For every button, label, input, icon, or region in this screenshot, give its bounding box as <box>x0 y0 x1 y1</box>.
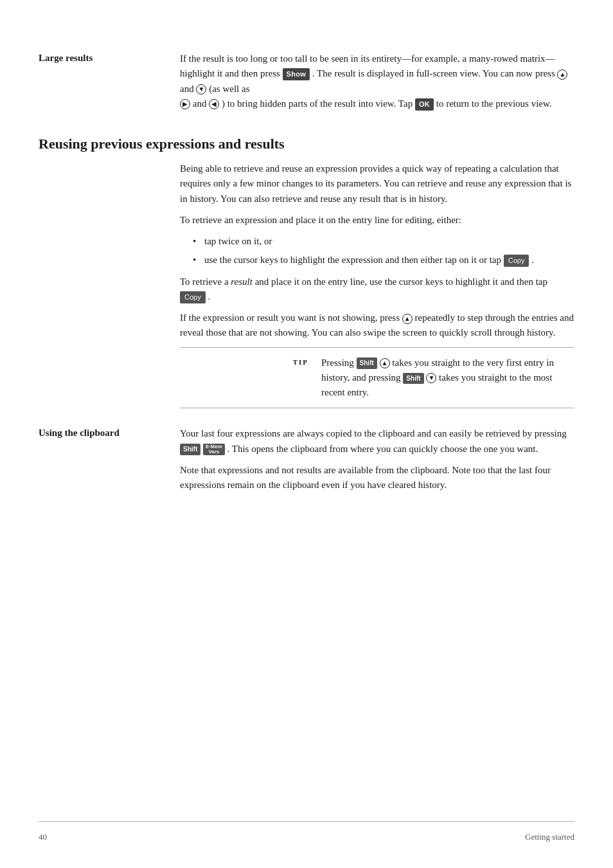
bullet-item-1: tap twice on it, or <box>193 234 574 249</box>
reusing-para1: Being able to retrieve and reuse an expr… <box>180 161 574 206</box>
tip-down-arrow: ▼ <box>426 373 436 383</box>
left-arrow-icon: ◀ <box>209 99 219 109</box>
para3-text1: To retrieve a <box>180 276 229 287</box>
shift-key2: Shift <box>403 373 423 384</box>
page: Large results If the result is too long … <box>0 0 613 868</box>
clipboard-title: Using the clipboard <box>39 428 120 438</box>
ok-key: OK <box>415 98 434 111</box>
large-results-para: If the result is too long or too tall to… <box>180 51 574 111</box>
reusing-heading: Reusing previous expressions and results <box>39 136 574 152</box>
para4-text1: If the expression or result you want is … <box>180 312 400 323</box>
large-results-title: Large results <box>39 53 93 63</box>
large-results-body: If the result is too long or too tall to… <box>180 51 574 118</box>
clipboard-para1: Your last four expressions are always co… <box>180 426 574 457</box>
clipboard-shift-key: Shift <box>180 444 200 455</box>
content-area: Large results If the result is too long … <box>39 51 574 509</box>
large-results-text3: and <box>180 84 196 94</box>
bullet-item-2: use the cursor keys to highlight the exp… <box>193 253 574 267</box>
copy-button-inline2: Copy <box>180 291 206 303</box>
bullet2-text2: . <box>531 255 534 265</box>
page-number: 40 <box>39 832 47 842</box>
clipboard-body: Your last four expressions are always co… <box>180 426 574 499</box>
bullet2-text1: use the cursor keys to highlight the exp… <box>204 255 501 265</box>
copy-button-inline1: Copy <box>504 255 529 267</box>
clipboard-para2: Note that expressions and not results ar… <box>180 463 574 493</box>
right-arrow-icon: ▶ <box>180 99 190 109</box>
large-results-section: Large results If the result is too long … <box>39 51 574 118</box>
show-key: Show <box>283 68 310 80</box>
reusing-bullets: tap twice on it, or use the cursor keys … <box>193 234 574 268</box>
vars-bottom: Vars <box>206 449 222 455</box>
large-results-text4: (as well as <box>209 84 249 94</box>
up-arrow-icon: ▲ <box>557 69 567 80</box>
vars-key: E·Mem Vars <box>203 444 225 455</box>
tip-body: Pressing Shift ▲ takes you straight to t… <box>321 356 574 401</box>
tip-row: TIP Pressing Shift ▲ takes you straight … <box>180 347 574 409</box>
reusing-section: Reusing previous expressions and results… <box>39 136 574 420</box>
large-results-text7: to return to the previous view. <box>436 98 552 109</box>
footer-line <box>39 821 574 822</box>
shift-key1: Shift <box>357 357 377 369</box>
bullet1-text: tap twice on it, or <box>204 236 272 246</box>
clipboard-label-col: Using the clipboard <box>39 426 180 499</box>
para3-text2: and place it on the entry line, use the … <box>255 276 547 287</box>
up-arrow-icon2: ▲ <box>402 314 413 324</box>
large-results-text5: and <box>193 98 209 109</box>
reusing-para3: To retrieve a result and place it on the… <box>180 275 574 305</box>
para3-text3: . <box>208 291 210 302</box>
down-arrow-icon: ▼ <box>196 84 206 95</box>
large-results-text2: . The result is displayed in full-screen… <box>312 68 558 78</box>
footer: 40 Getting started <box>39 832 574 842</box>
reusing-para4: If the expression or result you want is … <box>180 311 574 341</box>
clipboard-text2: . This opens the clipboard from where yo… <box>227 444 538 454</box>
large-results-label: Large results <box>39 51 180 118</box>
tip-label: TIP <box>180 356 321 401</box>
tip-text1: Pressing <box>321 357 354 368</box>
tip-up-arrow: ▲ <box>380 358 390 368</box>
footer-right-text: Getting started <box>525 832 574 842</box>
para3-italic: result <box>231 276 253 287</box>
clipboard-section: Using the clipboard Your last four expre… <box>39 426 574 499</box>
reusing-body: Being able to retrieve and reuse an expr… <box>180 161 574 420</box>
large-results-text6: ) to bring hidden parts of the result in… <box>222 98 415 109</box>
clipboard-text1: Your last four expressions are always co… <box>180 428 567 439</box>
reusing-para2: To retrieve an expression and place it o… <box>180 213 574 228</box>
